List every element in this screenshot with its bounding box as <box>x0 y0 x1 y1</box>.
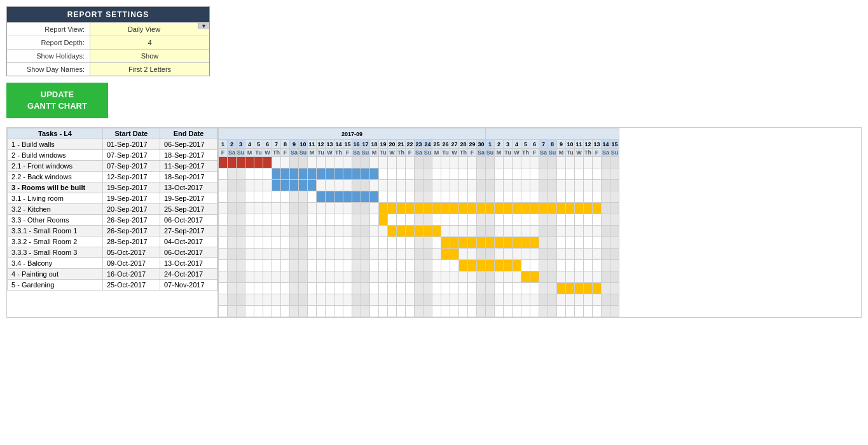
gantt-cell <box>290 237 299 249</box>
gantt-cell <box>530 157 539 168</box>
gantt-cell <box>450 306 459 317</box>
gantt-cell <box>459 214 468 226</box>
gantt-cell <box>343 249 352 260</box>
gantt-cell <box>263 271 272 283</box>
gantt-cell <box>361 294 370 306</box>
day-num-header: 1 <box>219 140 228 149</box>
gantt-cell <box>521 306 530 317</box>
day-num-header: 21 <box>397 140 406 149</box>
gantt-cell <box>504 214 513 226</box>
day-name-header: Su <box>424 149 432 157</box>
gantt-cell <box>566 214 575 226</box>
gantt-cell <box>352 180 361 191</box>
report-depth-value[interactable]: 4 <box>90 36 209 49</box>
task-start-cell: 07-Sep-2017 <box>103 150 160 161</box>
day-num-header: 11 <box>308 140 317 149</box>
gantt-cell <box>254 168 263 180</box>
gantt-cell <box>334 306 343 317</box>
gantt-cell <box>228 237 237 249</box>
gantt-cell <box>610 157 619 168</box>
gantt-cell <box>575 168 584 180</box>
gantt-cell <box>334 157 343 168</box>
gantt-cell <box>593 237 602 249</box>
gantt-cell <box>263 203 272 214</box>
gantt-cell <box>602 306 610 317</box>
table-row <box>219 214 619 226</box>
gantt-cell <box>441 271 450 283</box>
table-row <box>219 306 619 317</box>
task-start-cell: 16-Oct-2017 <box>103 269 160 280</box>
day-name-header: Tu <box>317 149 326 157</box>
gantt-cell <box>317 260 326 271</box>
gantt-cell <box>388 226 397 237</box>
task-name-cell: 1 - Build walls <box>8 139 103 150</box>
gantt-cell <box>477 226 486 237</box>
table-row: 3 - Rooms will be built19-Sep-201713-Oct… <box>8 182 217 193</box>
gantt-cell <box>441 283 450 294</box>
gantt-cell <box>254 157 263 168</box>
gantt-cell <box>593 180 602 191</box>
task-end-cell: 07-Nov-2017 <box>160 280 217 291</box>
gantt-cell <box>379 168 388 180</box>
gantt-cell <box>361 271 370 283</box>
gantt-cell <box>557 191 566 203</box>
gantt-cell <box>228 294 237 306</box>
gantt-cell <box>245 260 254 271</box>
task-end-cell: 13-Oct-2017 <box>160 182 217 193</box>
day-num-header: 9 <box>557 140 566 149</box>
gantt-cell <box>379 306 388 317</box>
gantt-cell <box>539 294 548 306</box>
gantt-cell <box>272 203 281 214</box>
update-gantt-button[interactable]: UPDATEGANTT CHART <box>6 83 108 118</box>
gantt-cell <box>388 157 397 168</box>
gantt-cell <box>308 191 317 203</box>
gantt-cell <box>352 168 361 180</box>
gantt-cell <box>495 260 504 271</box>
gantt-cell <box>504 226 513 237</box>
gantt-cell <box>521 226 530 237</box>
gantt-cell <box>415 283 424 294</box>
gantt-cell <box>495 214 504 226</box>
day-name-header: Sa <box>539 149 548 157</box>
gantt-cell <box>486 237 495 249</box>
gantt-cell <box>237 191 245 203</box>
task-end-cell: 13-Oct-2017 <box>160 258 217 269</box>
day-num-header: 14 <box>334 140 343 149</box>
task-start-cell: 25-Oct-2017 <box>103 280 160 291</box>
day-name-header: M <box>495 149 504 157</box>
day-name-header: Tu <box>254 149 263 157</box>
gantt-right-panel[interactable]: 2017-09123456789101112131415161718192021… <box>218 127 862 318</box>
settings-title: REPORT SETTINGS <box>7 7 209 22</box>
gantt-cell <box>602 260 610 271</box>
gantt-cell <box>504 237 513 249</box>
gantt-cell <box>290 306 299 317</box>
gantt-cell <box>521 214 530 226</box>
gantt-cell <box>281 180 290 191</box>
day-name-header: M <box>432 149 441 157</box>
gantt-cell <box>228 191 237 203</box>
gantt-cell <box>602 283 610 294</box>
gantt-cell <box>504 168 513 180</box>
show-holidays-value[interactable]: Show <box>90 50 209 62</box>
gantt-cell <box>415 157 424 168</box>
report-view-arrow[interactable]: ▼ <box>198 23 209 29</box>
gantt-cell <box>361 191 370 203</box>
gantt-cell <box>299 180 308 191</box>
report-view-value[interactable]: Daily View ▼ <box>90 23 209 36</box>
gantt-cell <box>424 168 432 180</box>
gantt-cell <box>450 214 459 226</box>
day-name-header: F <box>219 149 228 157</box>
gantt-cell <box>486 191 495 203</box>
gantt-cell <box>548 226 557 237</box>
gantt-cell <box>397 294 406 306</box>
gantt-cell <box>468 226 477 237</box>
task-start-cell: 09-Oct-2017 <box>103 258 160 269</box>
day-name-header: Th <box>334 149 343 157</box>
gantt-cell <box>566 237 575 249</box>
gantt-cell <box>326 214 334 226</box>
gantt-cell <box>548 180 557 191</box>
gantt-cell <box>566 168 575 180</box>
day-name-header: W <box>263 149 272 157</box>
gantt-cell <box>370 260 379 271</box>
show-day-names-value[interactable]: First 2 Letters <box>90 63 209 76</box>
